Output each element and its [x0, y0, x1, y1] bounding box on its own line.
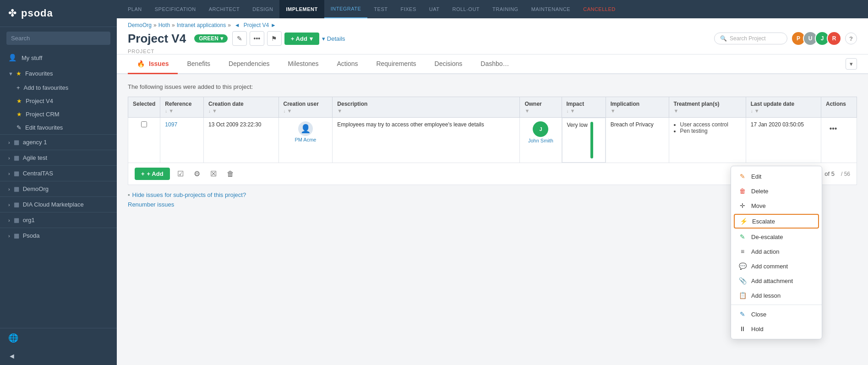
context-menu-add-comment[interactable]: 💬 Add comment [731, 259, 822, 273]
tab-milestones[interactable]: Milestones [279, 54, 328, 74]
context-menu-deescalate[interactable]: ✎ De-escalate [731, 229, 822, 244]
tab-architect[interactable]: ARCHITECT [202, 0, 246, 18]
filter-icon[interactable]: ▼ [611, 108, 616, 114]
sidebar-item-dia-cloud[interactable]: › ▦ DIA Cloud Marketplace [0, 196, 117, 212]
tab-uat[interactable]: UAT [423, 0, 446, 18]
flag-button[interactable]: ⚑ [267, 31, 282, 46]
context-menu-add-lesson[interactable]: 📋 Add lesson [731, 288, 822, 303]
sort-down-icon[interactable]: ↓ [284, 109, 286, 114]
add-row-button[interactable]: + + Add [135, 168, 170, 180]
settings-button[interactable]: ⚙ [191, 168, 203, 180]
context-menu-add-action[interactable]: ≡ Add action [731, 244, 822, 259]
breadcrumb-sep: » [172, 22, 175, 28]
tab-dashboard[interactable]: Dashbo… [471, 54, 518, 74]
filter-icon[interactable]: ▼ [524, 108, 530, 114]
tab-plan[interactable]: PLAN [121, 0, 148, 18]
sidebar-favourites-header[interactable]: ▼ ★ Favourites [0, 66, 117, 81]
breadcrumb-nav-next[interactable]: ► [271, 22, 276, 28]
project-status-badge[interactable]: GREEN ▾ [194, 34, 228, 43]
filter-icon[interactable]: ▼ [337, 108, 342, 114]
breadcrumb-intranet[interactable]: Intranet applications [177, 22, 226, 28]
filter-icon[interactable]: ▼ [754, 108, 759, 114]
delete-icon: 🗑 [738, 187, 747, 195]
row-checkbox[interactable] [141, 121, 147, 127]
tab-rollout[interactable]: ROLL-OUT [446, 0, 486, 18]
context-menu-escalate[interactable]: ⚡ Escalate [734, 214, 819, 229]
sidebar-item-edit-favourites[interactable]: ✎ Edit favourites [0, 121, 117, 134]
breadcrumb-hoth[interactable]: Hoth [158, 22, 170, 28]
context-menu-delete[interactable]: 🗑 Delete [731, 184, 822, 198]
sidebar-search-input[interactable] [6, 32, 110, 45]
breadcrumb-current[interactable]: Project V4 [244, 22, 269, 28]
deescalate-icon: ✎ [738, 233, 747, 240]
filter-icon[interactable]: ▼ [287, 108, 292, 114]
help-button[interactable]: ? [845, 33, 857, 44]
avatar-4[interactable]: R [827, 31, 841, 46]
tab-cancelled[interactable]: CANCELLED [577, 0, 622, 18]
breadcrumb-nav-prev[interactable]: ◄ [235, 22, 240, 28]
breadcrumb-demoorg[interactable]: DemoOrg [128, 22, 152, 28]
tab-benefits[interactable]: Benefits [178, 54, 219, 74]
delete-selected-button[interactable]: 🗑 [224, 168, 237, 180]
creation-user-name: PM Acme [295, 137, 316, 142]
tab-maintenance[interactable]: MAINTENANCE [525, 0, 577, 18]
tab-fixes[interactable]: FIXES [394, 0, 422, 18]
status-label: GREEN [199, 35, 218, 42]
org-item-label: org1 [23, 217, 35, 223]
tab-implement[interactable]: IMPLEMENT [279, 0, 324, 18]
sort-down-icon[interactable]: ↓ [165, 109, 167, 114]
context-menu-add-attachment[interactable]: 📎 Add attachment [731, 273, 822, 288]
context-menu-close[interactable]: ✎ Close [731, 307, 822, 321]
avatar-icon: 👤 [300, 124, 311, 134]
filter-icon[interactable]: ▼ [212, 108, 217, 114]
star-icon: ★ [16, 98, 22, 104]
sidebar-globe-btn[interactable]: 🌐 [0, 328, 117, 348]
details-link[interactable]: ▾ Details [322, 35, 345, 42]
sidebar-item-my-stuff[interactable]: 👤 My stuff [0, 49, 117, 66]
sort-down-icon[interactable]: ↓ [567, 109, 569, 114]
reference-link[interactable]: 1097 [165, 121, 177, 128]
chevron-right-icon: › [8, 202, 10, 207]
sort-down-icon[interactable]: ↓ [751, 109, 753, 114]
tab-actions[interactable]: Actions [328, 54, 367, 74]
add-button[interactable]: + Add ▾ [284, 33, 319, 45]
sidebar-item-agile-test[interactable]: › ▦ Agile test [0, 150, 117, 165]
tab-decisions[interactable]: Decisions [426, 54, 472, 74]
tab-design[interactable]: DESIGN [246, 0, 279, 18]
search-project-input[interactable]: 🔍 Search Project [714, 33, 787, 44]
logo-text: psoda [21, 7, 53, 19]
sidebar-item-centraltas[interactable]: › ▦ CentralTAS [0, 165, 117, 181]
tab-requirements[interactable]: Requirements [367, 54, 425, 74]
context-menu-edit[interactable]: ✎ Edit [731, 169, 822, 184]
sidebar-item-demoorg[interactable]: › ▦ DemoOrg [0, 181, 117, 196]
sidebar-item-psoda[interactable]: › ▦ Psoda [0, 228, 117, 243]
header-right: 🔍 Search Project P U J R ? [714, 31, 857, 46]
deselect-button[interactable]: ☒ [207, 168, 219, 180]
select-all-button[interactable]: ☑ [175, 168, 186, 180]
filter-icon[interactable]: ▼ [570, 108, 575, 114]
top-nav: PLAN SPECIFICATION ARCHITECT DESIGN IMPL… [117, 0, 868, 18]
tab-dependencies[interactable]: Dependencies [219, 54, 279, 74]
search-icon: 🔍 [720, 35, 727, 42]
tab-specification[interactable]: SPECIFICATION [148, 0, 202, 18]
filter-icon[interactable]: ▼ [674, 108, 679, 114]
sidebar-item-add-to-favourites[interactable]: + Add to favourites [0, 81, 117, 94]
more-button[interactable]: ••• [250, 31, 264, 46]
sidebar-item-project-crm[interactable]: ★ Project CRM [0, 108, 117, 121]
context-menu-move[interactable]: ✛ Move [731, 198, 822, 213]
tab-test[interactable]: TEST [367, 0, 394, 18]
sidebar-item-project-v4[interactable]: ★ Project V4 [0, 94, 117, 108]
sidebar-item-agency1[interactable]: › ▦ agency 1 [0, 134, 117, 150]
sidebar-bottom: 🌐 ◄ [0, 328, 117, 365]
filter-icon[interactable]: ▼ [169, 108, 174, 114]
row-actions-button[interactable]: ••• [826, 121, 841, 136]
sidebar-item-org1[interactable]: › ▦ org1 [0, 212, 117, 228]
tab-training[interactable]: TRAINING [486, 0, 525, 18]
tabs-more-button[interactable]: ▾ [846, 58, 857, 70]
edit-button[interactable]: ✎ [232, 31, 247, 46]
sidebar-back-btn[interactable]: ◄ [0, 348, 117, 365]
sort-down-icon[interactable]: ↓ [208, 109, 211, 114]
tab-integrate[interactable]: INTEGRATE [324, 0, 368, 18]
tab-issues[interactable]: 🔥 Issues [128, 54, 178, 74]
context-menu-hold[interactable]: ⏸ Hold [731, 321, 822, 336]
